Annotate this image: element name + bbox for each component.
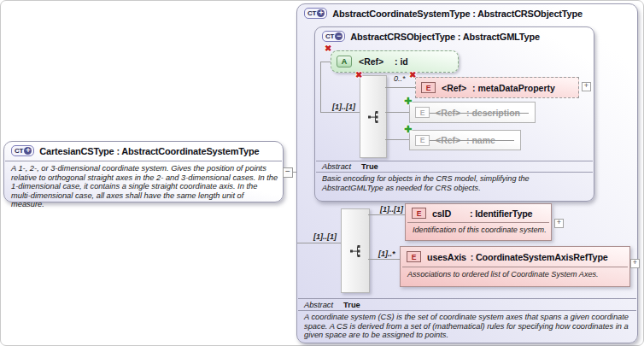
abstract-value: True: [343, 301, 360, 309]
sequence-cardinality-label: [1]..[1]: [313, 232, 337, 241]
metadataproperty-cardinality-label: 0..*: [394, 74, 406, 83]
expand-plus-icon[interactable]: +: [554, 219, 564, 228]
restricted-x-icon: ✖: [355, 71, 362, 79]
schema-diagram-canvas: CT + CartesianCSType : AbstractCoordinat…: [0, 0, 644, 346]
cartesian-cs-type-box[interactable]: CT + CartesianCSType : AbstractCoordinat…: [3, 141, 284, 202]
abstract-row: AbstractTrue: [304, 301, 360, 309]
csid-annotation: Identification of this coordinate system…: [406, 223, 551, 234]
footer-divider: [316, 172, 593, 173]
connector-line: [385, 112, 409, 113]
element-e-icon: E: [407, 251, 421, 262]
element-e-icon: E: [415, 135, 430, 146]
usesaxis-annotation: Associations to ordered list of Coordina…: [401, 267, 629, 279]
element-type: : IdentifierType: [470, 208, 532, 219]
element-name: usesAxis: [427, 252, 466, 262]
abstract-coordinate-system-type-box[interactable]: CT + AbstractCoordinateSystemType : Abst…: [296, 3, 638, 343]
element-name-removed[interactable]: E <Ref> : name: [409, 130, 521, 150]
sequence-cardinality-label: [1]..[1]: [332, 103, 355, 111]
cartesian-cs-type-annotation: A 1-, 2-, or 3-dimensional coordinate sy…: [11, 164, 278, 209]
strikethrough-line: [430, 113, 529, 114]
connector-line: [320, 112, 360, 113]
sequence-compositor[interactable]: [360, 75, 387, 158]
abstract-row: AbstractTrue: [322, 162, 378, 171]
complex-type-expand-icon[interactable]: CT +: [304, 8, 327, 19]
csid-header: E csID : IdentifierType: [406, 204, 551, 222]
strikethrough-line: [430, 140, 514, 141]
abstract-value: True: [361, 162, 378, 171]
connector-line: [368, 214, 405, 215]
connector-line: [385, 87, 415, 88]
element-e-icon: E: [415, 107, 430, 118]
footer-divider: [298, 310, 636, 311]
abstract-crs-object-type-box[interactable]: CT − AbstractCRSObjectType : AbstractGML…: [314, 26, 594, 202]
abstract-coordinate-system-type-annotation: A coordinate system (CS) is the set of c…: [304, 313, 630, 340]
usesaxis-cardinality-label: [1]..*: [378, 249, 395, 258]
csid-cardinality-label: [1]..[1]: [380, 205, 403, 214]
expand-plus-icon[interactable]: +: [582, 82, 591, 91]
element-usesaxis[interactable]: E usesAxis : CoordinateSystemAxisRefType…: [400, 246, 630, 287]
attribute-type: : id: [395, 56, 408, 67]
element-description-removed[interactable]: E <Ref> : description: [409, 102, 536, 123]
abstract-coordinate-system-type-title: AbstractCoordinateSystemType : AbstractC…: [332, 9, 583, 19]
abstract-crs-object-type-annotation: Basic encoding for objects in the CRS mo…: [322, 174, 589, 192]
restricted-x-icon: ✖: [409, 71, 416, 79]
element-e-icon: E: [412, 208, 426, 219]
attribute-a-icon: A: [337, 56, 352, 67]
restricted-x-icon: ✖: [325, 44, 331, 53]
collapse-connector-icon[interactable]: −: [283, 167, 293, 178]
connector-line: [320, 62, 321, 113]
expand-plus-icon[interactable]: +: [630, 259, 640, 268]
extension-plus-icon: ✚: [404, 125, 412, 134]
footer-divider: [316, 161, 593, 161]
attribute-ref-id[interactable]: A <Ref> : id: [331, 50, 459, 73]
complex-type-expand-icon[interactable]: CT +: [11, 145, 34, 156]
element-name: csID: [432, 208, 470, 219]
minus-circle-icon[interactable]: −: [335, 32, 342, 40]
sequence-icon: [367, 110, 380, 124]
complex-type-collapse-icon[interactable]: CT −: [322, 31, 345, 42]
cartesian-cs-type-title: CartesianCSType : AbstractCoordinateSyst…: [39, 146, 259, 156]
attribute-name: <Ref>: [359, 56, 395, 67]
abstract-label: Abstract: [322, 162, 351, 171]
abstract-coordinate-system-type-header: CT + AbstractCoordinateSystemType : Abst…: [297, 4, 637, 19]
element-metadataproperty[interactable]: E <Ref> : metaDataProperty: [415, 77, 579, 98]
connector-line: [368, 259, 400, 260]
extension-plus-icon: ✚: [404, 97, 412, 106]
abstract-crs-object-type-header: CT − AbstractCRSObjectType : AbstractGML…: [315, 27, 594, 42]
usesaxis-header: E usesAxis : CoordinateSystemAxisRefType: [401, 247, 629, 267]
sequence-icon: [349, 244, 362, 258]
footer-divider: [298, 298, 636, 299]
element-type: : CoordinateSystemAxisRefType: [471, 252, 608, 262]
abstract-label: Abstract: [304, 301, 333, 309]
plus-circle-icon[interactable]: +: [24, 147, 32, 155]
plus-circle-icon[interactable]: +: [317, 9, 325, 17]
abstract-crs-object-type-title: AbstractCRSObjectType : AbstractGMLType: [350, 32, 540, 42]
element-name: <Ref>: [442, 83, 472, 93]
cartesian-cs-type-header: CT + CartesianCSType : AbstractCoordinat…: [4, 142, 283, 156]
element-type: : metaDataProperty: [472, 83, 555, 93]
connector-line: [297, 243, 341, 243]
header-divider: [5, 161, 282, 161]
element-csid[interactable]: E csID : IdentifierType Identification o…: [405, 203, 552, 241]
element-e-icon: E: [421, 82, 436, 93]
sequence-compositor[interactable]: [341, 208, 370, 293]
connector-line: [385, 139, 409, 140]
